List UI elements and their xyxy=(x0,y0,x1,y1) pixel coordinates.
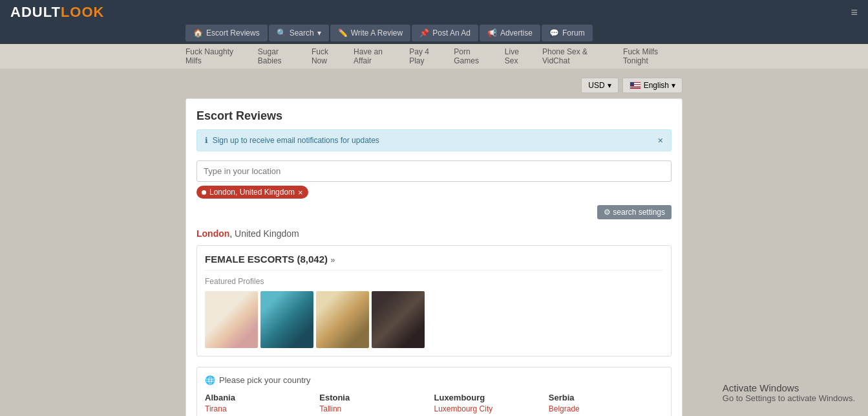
profile-photo-3[interactable] xyxy=(316,291,369,348)
location-input[interactable] xyxy=(196,160,672,182)
windows-line2: Go to Settings to activate Windows. xyxy=(723,393,855,403)
nav-search[interactable]: 🔍 Search ▾ xyxy=(269,25,329,41)
language-label: English xyxy=(644,81,669,90)
country-block-albania: Albania Tirana xyxy=(205,393,319,413)
city-link-belgrade[interactable]: Belgrade xyxy=(549,404,663,413)
currency-dropdown-icon: ▾ xyxy=(608,81,611,90)
logo-look: LOOK xyxy=(61,4,105,21)
content-panel: Escort Reviews ℹ Sign up to receive emai… xyxy=(185,98,683,416)
search-settings-row: ⚙ search settings xyxy=(196,205,672,219)
tag-remove-button[interactable]: × xyxy=(298,188,303,197)
notification-close-button[interactable]: × xyxy=(658,135,663,146)
country-picker: 🌐 Please pick your country Albania Tiran… xyxy=(196,367,672,416)
profile-photo-2[interactable] xyxy=(260,291,313,348)
city-link-tallinn[interactable]: Tallinn xyxy=(319,404,434,413)
sublinks-bar: Fuck Naughty Milfs Sugar Babies Fuck Now… xyxy=(0,44,868,69)
windows-watermark: Activate Windows Go to Settings to activ… xyxy=(723,382,855,403)
sublink-porn-games[interactable]: Porn Games xyxy=(454,47,496,65)
city-link-tirana[interactable]: Tirana xyxy=(205,404,319,413)
tag-dot-icon xyxy=(202,190,206,195)
nav-forum[interactable]: 💬 Forum xyxy=(542,25,593,41)
country-col-2: Estonia Tallinn Finland xyxy=(319,393,434,416)
search-settings-button[interactable]: ⚙ search settings xyxy=(597,205,672,219)
language-selector[interactable]: English ▾ xyxy=(622,78,683,93)
country-grid: Albania Tirana Argentina Estonia Tallinn… xyxy=(205,393,663,416)
country-col-4: Serbia Belgrade Singapore xyxy=(549,393,663,416)
sublink-fuck-milfs-tonight[interactable]: Fuck Milfs Tonight xyxy=(623,47,683,65)
country-picker-label: Please pick your country xyxy=(219,375,311,385)
nav-advertise[interactable]: 📢 Advertise xyxy=(480,25,540,41)
country-block-estonia: Estonia Tallinn xyxy=(319,393,434,413)
nav-escort-reviews[interactable]: 🏠 Escort Reviews xyxy=(185,25,268,41)
header: ADULTLOOK ≡ xyxy=(0,0,868,25)
city-link-luxembourg-city[interactable]: Luxembourg City xyxy=(434,404,549,413)
sublink-sugar-babies[interactable]: Sugar Babies xyxy=(258,47,302,65)
logo-adult: ADULT xyxy=(10,4,61,21)
location-tag: London, United Kingdom × xyxy=(196,186,308,199)
main-content: USD ▾ English ▾ Escort Reviews ℹ Sign up… xyxy=(0,69,868,416)
tag-label: London, United Kingdom xyxy=(209,188,295,197)
country-block-serbia: Serbia Belgrade xyxy=(549,393,663,413)
escort-card-female: FEMALE ESCORTS (8,042) » Featured Profil… xyxy=(196,245,672,356)
nav-post-ad[interactable]: 📌 Post An Ad xyxy=(412,25,478,41)
notification-bar: ℹ Sign up to receive email notifications… xyxy=(196,129,672,151)
country-col-1: Albania Tirana Argentina xyxy=(205,393,319,416)
currency-label: USD xyxy=(588,81,604,90)
profile-photo-4[interactable] xyxy=(372,291,425,348)
language-dropdown-icon: ▾ xyxy=(672,81,675,90)
tags-row: London, United Kingdom × xyxy=(196,186,672,199)
currency-selector[interactable]: USD ▾ xyxy=(581,78,618,93)
hamburger-icon[interactable]: ≡ xyxy=(851,6,858,19)
info-icon: ℹ xyxy=(205,136,208,145)
windows-line1: Activate Windows xyxy=(723,382,855,393)
country-block-luxembourg: Luxembourg Luxembourg City xyxy=(434,393,549,413)
female-escorts-link[interactable]: FEMALE ESCORTS (8,042) » xyxy=(205,254,335,265)
location-result: London, United Kingdom xyxy=(196,228,672,239)
result-country: United Kingdom xyxy=(232,228,299,239)
search-area: London, United Kingdom × xyxy=(196,160,672,199)
sublink-have-affair[interactable]: Have an Affair xyxy=(354,47,400,65)
photo-strip xyxy=(205,291,663,348)
sublink-fuck-now[interactable]: Fuck Now xyxy=(312,47,344,65)
navbar: 🏠 Escort Reviews 🔍 Search ▾ ✏️ Write A R… xyxy=(0,25,868,44)
nav-write-review[interactable]: ✏️ Write A Review xyxy=(330,25,410,41)
notification-text: ℹ Sign up to receive email notifications… xyxy=(205,136,379,145)
country-col-3: Luxembourg Luxembourg City Macau xyxy=(434,393,549,416)
logo: ADULTLOOK xyxy=(10,4,104,21)
country-picker-header: 🌐 Please pick your country xyxy=(205,375,663,385)
page-title: Escort Reviews xyxy=(196,109,672,123)
sublink-pay4play[interactable]: Pay 4 Play xyxy=(409,47,445,65)
sublink-phone-sex[interactable]: Phone Sex & VidChat xyxy=(542,47,614,65)
escort-card-title: FEMALE ESCORTS (8,042) » xyxy=(205,254,663,270)
sublink-live-sex[interactable]: Live Sex xyxy=(505,47,533,65)
us-flag-icon xyxy=(630,82,641,89)
globe-icon: 🌐 xyxy=(205,375,215,385)
result-city: London xyxy=(196,228,229,239)
profile-photo-1[interactable] xyxy=(205,291,258,348)
currency-language-bar: USD ▾ English ▾ xyxy=(185,75,683,93)
sublink-fuck-naughty-milfs[interactable]: Fuck Naughty Milfs xyxy=(185,47,249,65)
featured-profiles-label: Featured Profiles xyxy=(205,277,663,286)
